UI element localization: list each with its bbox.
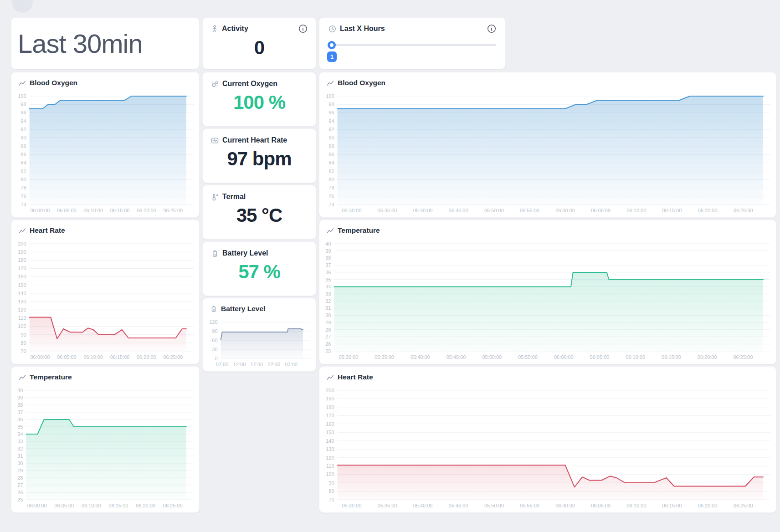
svg-text:110: 110 (18, 315, 26, 321)
svg-text:0: 0 (215, 356, 217, 361)
blood-oxygen-chart-hours: 1009896949290888684828078767405:30:0005:… (323, 92, 772, 215)
svg-text:06:25:00: 06:25:00 (163, 503, 183, 508)
svg-text:180: 180 (18, 257, 26, 263)
svg-text:190: 190 (18, 249, 26, 255)
svg-text:06:00:00: 06:00:00 (30, 354, 50, 360)
temperature-chart-card-30min: Temperature 4039383736353433323130292827… (11, 366, 200, 513)
svg-text:28: 28 (325, 327, 331, 332)
heart-rate-chart-hours: 2001901801701601501401301201101009080700… (323, 387, 772, 510)
svg-text:120: 120 (209, 319, 217, 325)
activity-label: Activity (222, 25, 248, 33)
svg-text:78: 78 (328, 185, 334, 190)
temperature-chart-hours: 4039383736353433323130292827262505:30:00… (323, 240, 772, 361)
svg-text:76: 76 (21, 194, 26, 199)
blood-oxygen-chart-30min: 1009896949290888684828078767406:00:0006:… (15, 92, 195, 215)
svg-text:06:25:00: 06:25:00 (734, 503, 753, 508)
svg-text:05:40:00: 05:40:00 (413, 503, 433, 508)
trend-line-icon (327, 374, 334, 381)
svg-text:30: 30 (17, 460, 23, 466)
svg-text:120: 120 (18, 307, 26, 312)
svg-text:27: 27 (325, 334, 331, 339)
svg-text:94: 94 (328, 118, 334, 124)
svg-text:26: 26 (17, 490, 23, 495)
svg-text:92: 92 (21, 127, 26, 132)
svg-text:06:10:00: 06:10:00 (626, 208, 646, 213)
svg-text:06:15:00: 06:15:00 (109, 503, 128, 508)
svg-text:33: 33 (17, 439, 23, 444)
blood-oxygen-chart-card-30min: Blood Oxygen 100989694929088868482807876… (11, 72, 200, 218)
svg-text:06:20:00: 06:20:00 (698, 354, 717, 360)
svg-text:94: 94 (21, 118, 26, 124)
svg-text:06:15:00: 06:15:00 (662, 354, 681, 360)
blood-oxygen-chart-card-hours: Blood Oxygen 100989694929088868482807876… (319, 72, 776, 218)
svg-text:05:45:00: 05:45:00 (449, 503, 468, 508)
current-heart-rate-card: Current Heart Rate 97 bpm (202, 128, 316, 183)
svg-text:17:00: 17:00 (251, 362, 263, 367)
svg-text:90: 90 (212, 328, 217, 334)
svg-text:33: 33 (325, 291, 331, 297)
chart-title: Heart Rate (338, 373, 373, 381)
trend-line-icon (19, 227, 26, 234)
svg-text:100: 100 (326, 93, 334, 99)
svg-text:90: 90 (21, 332, 26, 338)
svg-text:100: 100 (326, 471, 334, 477)
svg-text:150: 150 (326, 430, 334, 435)
svg-text:06:05:00: 06:05:00 (57, 354, 77, 360)
person-icon (211, 25, 218, 32)
svg-text:88: 88 (21, 143, 26, 149)
hours-slider-handle[interactable] (328, 41, 336, 49)
svg-text:06:15:00: 06:15:00 (110, 354, 130, 360)
svg-text:170: 170 (18, 266, 26, 271)
svg-text:34: 34 (17, 431, 23, 437)
time-range-title-card: Last 30min (11, 17, 200, 69)
svg-text:05:30:00: 05:30:00 (339, 354, 358, 360)
svg-text:06:05:00: 06:05:00 (591, 208, 611, 213)
svg-text:25: 25 (325, 348, 331, 354)
svg-text:35: 35 (17, 424, 23, 430)
svg-text:05:55:00: 05:55:00 (520, 208, 539, 213)
svg-text:39: 39 (17, 395, 23, 400)
svg-text:06:00:00: 06:00:00 (555, 208, 575, 213)
svg-text:70: 70 (21, 348, 26, 354)
thermal-card: A Termal 35 °C (202, 185, 316, 240)
battery-level-card: Battery Level 57 % (202, 241, 316, 296)
svg-text:200: 200 (18, 241, 26, 246)
svg-text:05:55:00: 05:55:00 (520, 503, 539, 508)
battery-icon (211, 250, 219, 257)
battery-level-chart-card: Battery Level 120906030007:0012:0017:002… (202, 298, 316, 372)
svg-text:05:55:00: 05:55:00 (518, 354, 538, 360)
svg-text:36: 36 (17, 417, 23, 422)
svg-text:05:45:00: 05:45:00 (449, 208, 468, 213)
svg-text:05:50:00: 05:50:00 (482, 354, 502, 360)
svg-text:27: 27 (17, 482, 23, 488)
svg-text:84: 84 (21, 160, 26, 165)
svg-text:32: 32 (325, 298, 331, 304)
svg-text:06:10:00: 06:10:00 (82, 503, 101, 508)
trend-line-icon (327, 227, 334, 234)
svg-text:82: 82 (328, 169, 334, 174)
svg-text:06:00:00: 06:00:00 (555, 503, 575, 508)
svg-text:06:20:00: 06:20:00 (137, 208, 156, 213)
svg-text:05:50:00: 05:50:00 (484, 208, 504, 213)
health-dashboard: Last 30min Activity 0 Last (0, 0, 780, 532)
chart-title: Temperature (338, 226, 380, 235)
svg-text:06:10:00: 06:10:00 (626, 503, 646, 508)
avatar[interactable] (12, 0, 33, 13)
svg-text:05:40:00: 05:40:00 (413, 208, 433, 213)
hours-slider-track[interactable]: 1 (328, 44, 496, 46)
svg-text:86: 86 (328, 152, 334, 157)
svg-text:06:15:00: 06:15:00 (662, 208, 682, 213)
svg-text:70: 70 (328, 497, 334, 502)
thermal-value: 35 °C (211, 205, 308, 226)
svg-text:98: 98 (21, 102, 26, 107)
info-icon[interactable] (298, 24, 308, 33)
svg-text:40: 40 (17, 388, 23, 393)
svg-text:32: 32 (17, 446, 23, 451)
svg-text:06:25:00: 06:25:00 (163, 354, 183, 360)
pulse-monitor-icon (211, 137, 219, 144)
svg-text:05:30:00: 05:30:00 (342, 208, 361, 213)
svg-text:37: 37 (17, 409, 23, 415)
trend-line-icon (19, 374, 26, 381)
info-icon[interactable] (487, 24, 496, 33)
svg-text:31: 31 (325, 305, 331, 311)
